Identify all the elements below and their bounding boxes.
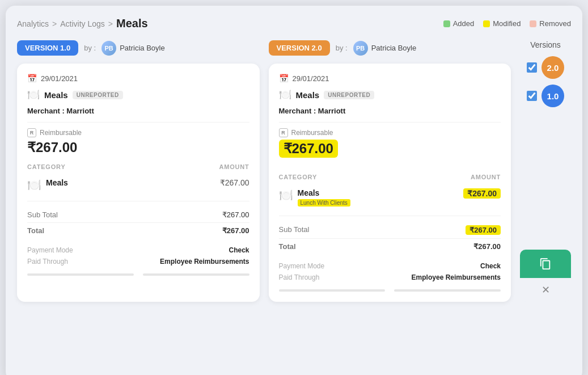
v1-paid-through-value: Employee Reimbursements <box>160 258 249 266</box>
v1-paid-through-row: Paid Through Employee Reimbursements <box>27 258 249 266</box>
version2-avatar: PB <box>353 41 368 56</box>
version1-card: 📅 29/01/2021 🍽️ Meals UNREPORTED Merchan… <box>17 64 260 302</box>
version1-by: by : <box>84 44 96 52</box>
v1-scrollbar-2 <box>143 273 249 276</box>
v2-merchant-value: Marriott <box>318 107 345 115</box>
bottom-panel: ✕ <box>520 250 571 302</box>
legend: Added Modified Removed <box>443 19 571 28</box>
version2-checkbox[interactable] <box>527 62 537 73</box>
version2-username: Patricia Boyle <box>371 44 416 52</box>
added-dot <box>443 20 450 27</box>
breadcrumb-analytics[interactable]: Analytics <box>17 19 49 28</box>
v2-amount-big: ₹267.00 <box>279 140 338 158</box>
v1-r-badge: R <box>27 128 36 137</box>
v2-calendar-icon: 📅 <box>279 74 289 83</box>
v1-scrollbars <box>27 273 249 276</box>
v2-category-label: Meals <box>296 90 320 100</box>
legend-modified: Modified <box>483 19 521 28</box>
v1-table-header: CATEGORY AMOUNT <box>27 163 249 170</box>
breadcrumb-sep1: > <box>52 19 57 28</box>
v2-reimbursable-row: R Reimbursable <box>279 128 501 137</box>
v1-amount-big: ₹267.00 <box>27 140 249 155</box>
breadcrumb: Analytics > Activity Logs > Meals <box>17 17 148 30</box>
close-button[interactable]: ✕ <box>520 278 571 302</box>
copy-icon <box>539 258 552 270</box>
v2-payment-mode-value: Check <box>480 262 501 270</box>
v2-paid-through-value: Employee Reimbursements <box>412 273 501 281</box>
v2-unreported-badge: UNREPORTED <box>324 91 374 99</box>
v1-subtotal-val: ₹267.00 <box>222 210 249 219</box>
version1-avatar: PB <box>101 41 116 56</box>
v1-date-row: 📅 29/01/2021 <box>27 74 249 83</box>
version2-user-row: PB Patricia Boyle <box>353 41 416 56</box>
v1-merchant-label: Merchant : <box>27 107 65 115</box>
cards-area: VERSION 1.0 by : PB Patricia Boyle 📅 29/… <box>17 40 511 302</box>
v2-row-label-col: Meals Lunch With Clients <box>298 188 350 207</box>
v2-table-header: CATEGORY AMOUNT <box>279 174 501 180</box>
v1-payment-mode-value: Check <box>229 246 249 254</box>
breadcrumb-current: Meals <box>116 17 148 30</box>
v1-subtotal-row: Sub Total ₹267.00 <box>27 207 249 222</box>
v1-row-label-col: Meals <box>46 178 68 187</box>
v2-row-icon: 🍽️ <box>279 188 293 202</box>
version1-column: VERSION 1.0 by : PB Patricia Boyle 📅 29/… <box>17 40 260 302</box>
v1-category-label: Meals <box>44 90 68 100</box>
v1-meal-icon: 🍽️ <box>27 89 40 101</box>
v2-total-val: ₹267.00 <box>473 242 501 251</box>
v1-payment-mode-row: Payment Mode Check <box>27 246 249 254</box>
versions-title: Versions <box>530 40 561 49</box>
v1-meals-row: 🍽️ Meals UNREPORTED <box>27 89 249 101</box>
legend-removed: Removed <box>530 19 571 28</box>
v2-reimbursable-label: Reimbursable <box>291 129 333 137</box>
v1-row-amount: ₹267.00 <box>220 178 249 187</box>
version1-user-row: PB Patricia Boyle <box>101 41 164 56</box>
v2-date-row: 📅 29/01/2021 <box>279 74 501 83</box>
added-label: Added <box>453 19 475 28</box>
removed-dot <box>530 20 536 27</box>
removed-label: Removed <box>539 19 571 28</box>
version2-by: by : <box>336 44 348 52</box>
version2-header: VERSION 2.0 by : PB Patricia Boyle <box>269 40 511 56</box>
version2-tag: VERSION 2.0 <box>269 40 330 56</box>
version2-card: 📅 29/01/2021 🍽️ Meals UNREPORTED Merchan… <box>269 64 511 302</box>
v1-amt-header: AMOUNT <box>219 163 249 170</box>
v1-unreported-badge: UNREPORTED <box>73 91 123 99</box>
version-row-2: 2.0 <box>527 56 564 79</box>
app-window: Analytics > Activity Logs > Meals Added … <box>6 6 582 375</box>
version1-checkbox[interactable] <box>527 91 537 101</box>
v1-total-label: Total <box>27 226 44 235</box>
v1-total-row: Total ₹267.00 <box>27 222 249 238</box>
v1-scrollbar-1 <box>27 273 134 276</box>
v1-cat-header: CATEGORY <box>27 163 66 170</box>
v2-table-row: 🍽️ Meals Lunch With Clients ₹267.00 <box>279 185 501 210</box>
v1-date: 29/01/2021 <box>41 74 78 83</box>
versions-panel: Versions 2.0 1.0 ✕ <box>520 40 571 302</box>
v1-merchant-row: Merchant : Marriott <box>27 107 249 115</box>
v2-row-label: Meals <box>298 188 350 197</box>
v2-subtotal-label: Sub Total <box>279 225 310 235</box>
version1-header: VERSION 1.0 by : PB Patricia Boyle <box>17 40 260 56</box>
v2-total-row: Total ₹267.00 <box>279 238 501 254</box>
v2-subtotal-val: ₹267.00 <box>466 225 501 235</box>
copy-button[interactable] <box>520 250 571 278</box>
v2-payment-section: Payment Mode Check Paid Through Employee… <box>279 262 501 281</box>
v1-paid-through-label: Paid Through <box>27 258 68 266</box>
v1-total-val: ₹267.00 <box>222 226 249 235</box>
v2-scrollbars <box>279 289 501 292</box>
v2-scrollbar-2 <box>394 289 501 292</box>
v1-calendar-icon: 📅 <box>27 74 37 83</box>
v2-payment-mode-row: Payment Mode Check <box>279 262 501 270</box>
modified-label: Modified <box>493 19 521 28</box>
breadcrumb-sep2: > <box>108 19 113 28</box>
v1-merchant-value: Marriott <box>66 107 94 115</box>
version1-username: Patricia Boyle <box>120 44 164 52</box>
breadcrumb-activity-logs[interactable]: Activity Logs <box>60 19 105 28</box>
v1-subtotal-label: Sub Total <box>27 210 58 219</box>
v2-meal-icon: 🍽️ <box>279 89 291 101</box>
v2-r-badge: R <box>279 128 288 137</box>
v2-meals-row: 🍽️ Meals UNREPORTED <box>279 89 501 101</box>
v1-payment-section: Payment Mode Check Paid Through Employee… <box>27 246 249 266</box>
version2-badge: 2.0 <box>542 56 564 79</box>
v2-merchant-label: Merchant : <box>279 107 316 115</box>
v1-reimbursable-label: Reimbursable <box>40 129 82 137</box>
